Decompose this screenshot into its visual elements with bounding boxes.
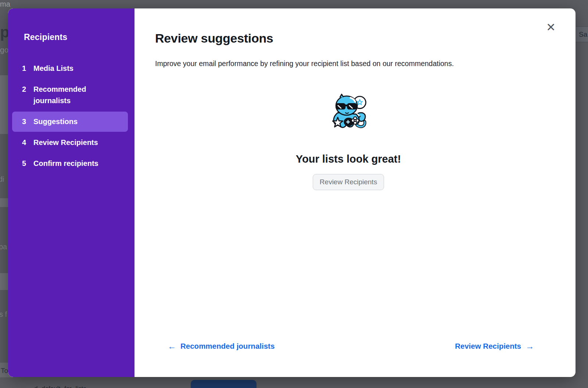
wizard-sidebar: Recipients 1 Media Lists 2 Recommended j…	[8, 8, 135, 377]
step-label: Media Lists	[33, 63, 74, 74]
step-label: Suggestions	[33, 116, 78, 127]
page-description: Improve your email performance by refini…	[155, 59, 454, 68]
step-number: 3	[22, 116, 28, 127]
step-suggestions-active[interactable]: 3 Suggestions	[12, 112, 128, 132]
step-recommended-journalists[interactable]: 2 Recommended journalists	[12, 79, 128, 111]
step-label: Recommended journalists	[33, 84, 123, 106]
back-link[interactable]: ← Recommended journalists	[168, 342, 275, 351]
background-text-fragment: pa	[0, 243, 7, 251]
step-label: Confirm recipients	[33, 158, 98, 169]
background-text-fragment: ma	[0, 0, 10, 8]
empty-state-heading: Your lists look great!	[296, 153, 401, 165]
page-title: Review suggestions	[155, 31, 273, 46]
wizard-step-list: 1 Media Lists 2 Recommended journalists …	[8, 58, 135, 174]
suggestions-empty-state: Your lists look great! Review Recipients	[135, 92, 562, 190]
review-recipients-button[interactable]: Review Recipients	[313, 174, 384, 190]
back-link-label: Recommended journalists	[180, 342, 275, 351]
background-text-fragment: di	[0, 175, 4, 184]
background-text-fragment: d default for lists	[34, 385, 86, 388]
background-row	[0, 75, 8, 134]
step-number: 4	[22, 137, 28, 148]
step-label: Review Recipients	[33, 137, 98, 148]
sidebar-title: Recipients	[24, 32, 135, 42]
arrow-left-icon: ←	[168, 342, 176, 351]
step-media-lists[interactable]: 1 Media Lists	[12, 58, 128, 79]
step-number: 5	[22, 158, 28, 169]
wizard-footer: ← Recommended journalists Review Recipie…	[155, 342, 555, 351]
step-review-recipients[interactable]: 4 Review Recipients	[12, 133, 128, 153]
background-row	[0, 273, 8, 290]
background-primary-button	[191, 380, 257, 388]
screen: ma pa go di pa s f To Sa d default for l…	[0, 0, 588, 388]
next-link[interactable]: Review Recipients →	[455, 342, 534, 351]
step-confirm-recipients[interactable]: 5 Confirm recipients	[12, 153, 128, 174]
arrow-right-icon: →	[526, 342, 534, 351]
background-text-fragment: go	[0, 46, 8, 54]
recipients-wizard-modal: Recipients 1 Media Lists 2 Recommended j…	[8, 8, 576, 377]
next-link-label: Review Recipients	[455, 342, 521, 351]
step-number: 1	[22, 63, 28, 74]
background-text-fragment: s f	[0, 310, 7, 319]
background-row	[0, 198, 8, 207]
background-text-fragment: To	[1, 367, 8, 375]
octopus-mascot-icon	[327, 92, 370, 135]
background-save-button: Sa	[576, 26, 588, 42]
close-icon[interactable]: ✕	[546, 22, 556, 33]
wizard-content: ✕ Review suggestions Improve your email …	[135, 8, 576, 377]
step-number: 2	[22, 84, 28, 106]
